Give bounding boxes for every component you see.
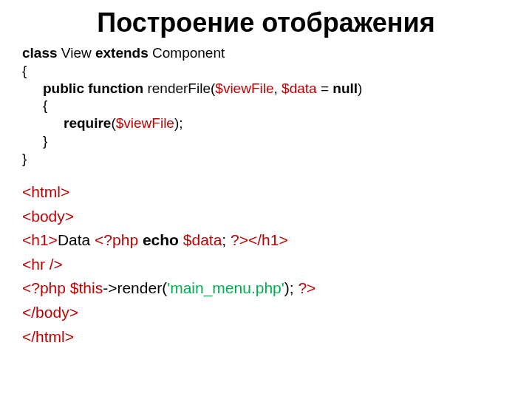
paren-close: ) xyxy=(358,81,362,96)
code-line: } xyxy=(22,132,510,150)
php-open-tag: <?php xyxy=(95,231,143,248)
call-end: ); xyxy=(284,279,299,296)
code-line: class View extends Component xyxy=(22,44,510,62)
code-line: } xyxy=(22,150,510,168)
template-line: <body> xyxy=(22,205,510,229)
comma: , xyxy=(274,81,282,96)
html-open-tag: <html> xyxy=(22,183,69,200)
class-name: View xyxy=(58,45,95,61)
php-open-tag: <?php xyxy=(22,279,70,296)
equals: = xyxy=(317,81,333,96)
body-close-tag: </body> xyxy=(22,304,78,321)
var-viewfile: $viewFile xyxy=(116,115,174,131)
slide-title: Построение отображения xyxy=(22,7,510,38)
template-line: <?php $this->render('main_menu.php'); ?> xyxy=(22,276,510,301)
template-line: </body> xyxy=(22,301,510,325)
string-filename: 'main_menu.php' xyxy=(167,279,284,296)
keyword-class: class xyxy=(22,45,58,61)
html-close-tag: </html> xyxy=(22,328,74,345)
keyword-public-function: public function xyxy=(43,81,143,96)
code-line: { xyxy=(22,97,510,115)
php-class-code: class View extends Component { public fu… xyxy=(22,44,510,167)
template-line: <h1>Data <?php echo $data; ?></h1> xyxy=(22,228,510,253)
var-data: $data xyxy=(183,231,222,248)
method-name: renderFile( xyxy=(143,81,215,96)
param-data: $data xyxy=(282,81,317,96)
php-close-tag: ?> xyxy=(231,231,248,248)
var-this: $this xyxy=(70,279,103,296)
code-line: require($viewFile); xyxy=(22,115,510,132)
render-call: ->render( xyxy=(103,279,167,296)
template-line: </html> xyxy=(22,325,510,349)
body-open-tag: <body> xyxy=(22,208,74,225)
keyword-null: null xyxy=(332,81,358,96)
keyword-require: require xyxy=(64,115,111,131)
h1-close-tag: </h1> xyxy=(248,231,288,248)
keyword-extends: extends xyxy=(95,45,149,61)
semicolon: ; xyxy=(222,231,231,248)
template-line: <html> xyxy=(22,180,510,205)
hr-tag: <hr /> xyxy=(22,256,63,273)
code-line: { xyxy=(22,62,510,80)
line-end: ); xyxy=(174,115,183,131)
code-line: public function renderFile($viewFile, $d… xyxy=(22,80,510,98)
html-template-code: <html> <body> <h1>Data <?php echo $data;… xyxy=(22,180,510,349)
parent-class: Component xyxy=(149,45,225,61)
text-data: Data xyxy=(58,231,95,248)
php-close-tag: ?> xyxy=(298,279,316,296)
keyword-echo: echo xyxy=(143,231,179,248)
h1-open-tag: <h1> xyxy=(22,231,58,248)
template-line: <hr /> xyxy=(22,253,510,277)
param-viewfile: $viewFile xyxy=(215,81,273,96)
slide-content: Построение отображения class View extend… xyxy=(0,0,532,356)
